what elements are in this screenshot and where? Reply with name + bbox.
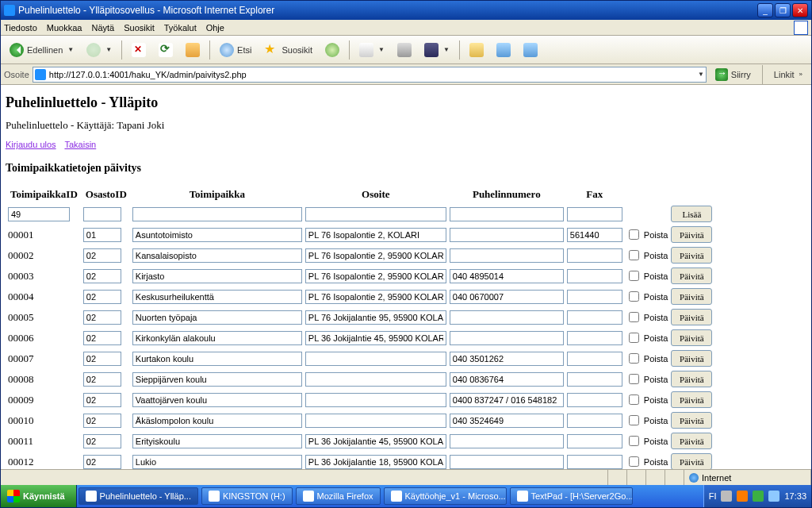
clock[interactable]: 17:33 [784,491,806,501]
fax-input[interactable] [567,352,622,366]
delete-checkbox[interactable] [629,456,639,467]
forward-button[interactable]: ▼ [81,39,117,61]
fax-input[interactable] [567,290,622,304]
osasto-input[interactable] [83,352,121,366]
delete-checkbox[interactable] [629,333,639,343]
update-button[interactable]: Päivitä [671,391,712,408]
adr-input[interactable] [305,310,446,325]
phone-input[interactable] [450,290,564,304]
osasto-input[interactable] [83,434,121,448]
adr-input[interactable] [305,248,446,263]
tp-input[interactable] [132,248,302,263]
links-button[interactable]: Linkit» [768,64,808,86]
delete-checkbox[interactable] [629,353,639,364]
new-id-input[interactable] [8,207,70,221]
phone-input[interactable] [450,228,564,242]
new-osasto-input[interactable] [83,207,121,221]
update-button[interactable]: Päivitä [671,288,712,305]
adr-input[interactable] [305,434,446,448]
tp-input[interactable] [132,228,302,242]
task-item[interactable]: Mozilla Firefox [296,487,381,505]
update-button[interactable]: Päivitä [671,226,712,243]
delete-checkbox-wrap[interactable]: Poista [626,330,668,345]
favorites-button[interactable]: Suosikit [259,39,318,61]
update-button[interactable]: Päivitä [671,371,712,387]
fax-input[interactable] [567,434,622,448]
language-indicator[interactable]: FI [709,491,717,501]
osasto-input[interactable] [83,331,121,345]
fax-input[interactable] [567,372,622,387]
refresh-button[interactable] [153,39,178,61]
tp-input[interactable] [132,290,302,304]
new-tp-input[interactable] [132,207,302,221]
phone-input[interactable] [450,414,564,428]
fax-input[interactable] [567,228,622,242]
update-button[interactable]: Päivitä [671,433,712,449]
menu-view[interactable]: Näytä [91,23,114,33]
delete-checkbox[interactable] [629,436,639,446]
fax-input[interactable] [567,455,622,469]
osasto-input[interactable] [83,228,121,242]
fax-input[interactable] [567,269,622,283]
delete-checkbox-wrap[interactable]: Poista [626,413,668,428]
back-button[interactable]: Edellinen ▼ [4,39,79,61]
close-button[interactable]: ✕ [792,3,808,17]
tp-input[interactable] [132,269,302,283]
delete-checkbox[interactable] [629,250,639,260]
home-button[interactable] [180,39,205,61]
delete-checkbox-wrap[interactable]: Poista [626,268,668,283]
delete-checkbox-wrap[interactable]: Poista [626,248,668,263]
adr-input[interactable] [305,455,446,469]
folder-button[interactable] [464,39,489,61]
menu-edit[interactable]: Muokkaa [47,23,82,33]
history-button[interactable] [320,39,345,61]
osasto-input[interactable] [83,290,121,304]
phone-input[interactable] [450,248,564,263]
adr-input[interactable] [305,269,446,283]
phone-input[interactable] [450,372,564,387]
delete-checkbox[interactable] [629,394,639,405]
address-input[interactable] [49,70,693,79]
tp-input[interactable] [132,455,302,469]
adr-input[interactable] [305,414,446,428]
fax-input[interactable] [567,414,622,428]
osasto-input[interactable] [83,248,121,263]
discuss-button[interactable] [491,39,516,61]
tp-input[interactable] [132,352,302,366]
tp-input[interactable] [132,372,302,387]
print-button[interactable] [392,39,417,61]
delete-checkbox[interactable] [629,291,639,302]
phone-input[interactable] [450,393,564,407]
menu-favorites[interactable]: Suosikit [124,23,155,33]
tp-input[interactable] [132,393,302,407]
delete-checkbox-wrap[interactable]: Poista [626,392,668,407]
update-button[interactable]: Päivitä [671,412,712,429]
phone-input[interactable] [450,331,564,345]
phone-input[interactable] [450,310,564,325]
tray-icon[interactable] [721,491,732,502]
osasto-input[interactable] [83,455,121,469]
update-button[interactable]: Päivitä [671,350,712,367]
restore-button[interactable]: ❐ [775,3,791,17]
mail-button[interactable]: ▼ [354,39,390,61]
delete-checkbox[interactable] [629,271,639,281]
system-tray[interactable]: FI 17:33 [703,485,811,507]
fax-input[interactable] [567,393,622,407]
update-button[interactable]: Päivitä [671,329,712,346]
tp-input[interactable] [132,310,302,325]
edit-button[interactable]: ▼ [419,39,455,61]
tray-icon[interactable] [737,491,748,502]
osasto-input[interactable] [83,393,121,407]
update-button[interactable]: Päivitä [671,453,712,469]
stop-button[interactable] [126,39,151,61]
fax-input[interactable] [567,331,622,345]
address-input-wrap[interactable]: ▼ [33,67,707,83]
tray-icon[interactable] [753,491,764,502]
adr-input[interactable] [305,331,446,345]
delete-checkbox-wrap[interactable]: Poista [626,371,668,387]
update-button[interactable]: Päivitä [671,309,712,325]
adr-input[interactable] [305,290,446,304]
new-adr-input[interactable] [305,207,446,221]
minimize-button[interactable]: _ [757,3,773,17]
osasto-input[interactable] [83,372,121,387]
